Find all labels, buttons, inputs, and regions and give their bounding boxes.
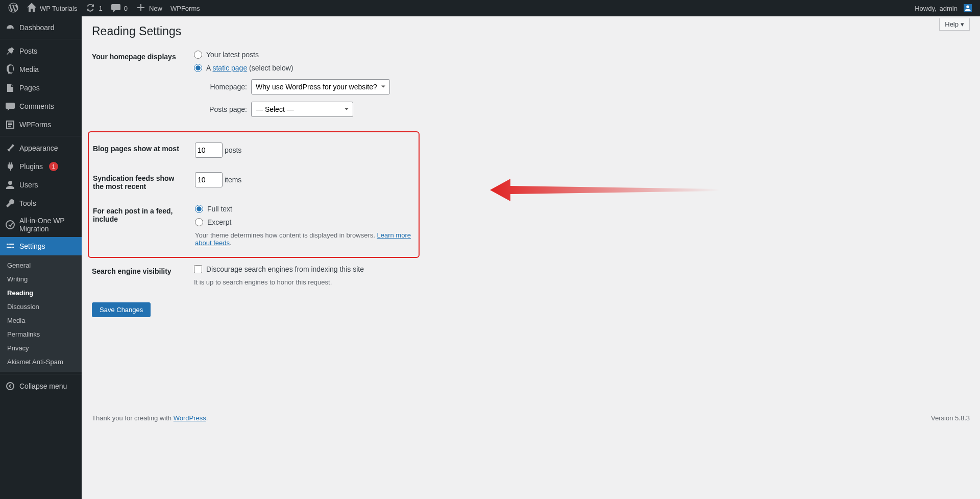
help-tab[interactable]: Help▾ (939, 18, 970, 31)
sidebar-item-label: Appearance (19, 144, 58, 152)
search-visibility-label: Search engine visibility (92, 265, 194, 275)
syndication-label: Syndication feeds show the most recent (93, 172, 195, 191)
admin-toolbar: WP Tutorials 1 0 New WPForms Howdy, admi… (0, 0, 980, 16)
postspage-select[interactable]: — Select — (251, 102, 353, 117)
user-avatar-icon (964, 4, 972, 12)
sidebar-item-label: Plugins (19, 162, 43, 171)
sidebar-item-pages[interactable]: Pages (0, 79, 82, 97)
wordpress-link[interactable]: WordPress (174, 414, 206, 422)
wordpress-icon (8, 3, 18, 14)
radio-static-page[interactable] (194, 64, 202, 72)
submenu-writing[interactable]: Writing (0, 272, 82, 286)
migration-icon (5, 220, 15, 230)
collapse-icon (5, 381, 15, 391)
static-page-link[interactable]: static page (212, 64, 247, 72)
new-content-link[interactable]: New (132, 0, 166, 16)
feed-description: Your theme determines how content is dis… (195, 231, 419, 247)
blog-pages-label: Blog pages show at most (93, 142, 195, 153)
sidebar-item-wpforms[interactable]: WPForms (0, 115, 82, 134)
plug-icon (5, 161, 15, 172)
highlighted-section: Blog pages show at most posts Syndicatio… (88, 131, 420, 258)
svg-point-0 (6, 221, 14, 229)
page-title: Reading Settings (92, 16, 970, 43)
wpforms-link[interactable]: WPForms (166, 0, 204, 16)
sidebar-item-media[interactable]: Media (0, 60, 82, 79)
update-icon (85, 3, 95, 14)
submenu-akismet[interactable]: Akismet Anti-Spam (0, 355, 82, 369)
submenu-permalinks[interactable]: Permalinks (0, 327, 82, 341)
updates-count: 1 (99, 5, 102, 12)
my-account[interactable]: Howdy, admin (911, 0, 976, 16)
search-visibility-option[interactable]: Discourage search engines from indexing … (206, 265, 364, 273)
sidebar-item-label: All-in-One WP Migration (19, 217, 77, 233)
collapse-menu[interactable]: Collapse menu (0, 377, 82, 395)
submenu-reading[interactable]: Reading (0, 286, 82, 300)
save-changes-button[interactable]: Save Changes (92, 302, 151, 317)
blog-pages-input[interactable] (195, 142, 223, 158)
blog-pages-suffix: posts (225, 146, 241, 154)
svg-point-1 (7, 383, 14, 390)
radio-full-label[interactable]: Full text (207, 205, 232, 213)
site-name-label: WP Tutorials (40, 5, 77, 12)
syndication-input[interactable] (195, 172, 223, 187)
search-visibility-checkbox[interactable] (194, 265, 202, 273)
sidebar-item-appearance[interactable]: Appearance (0, 139, 82, 157)
sidebar-item-tools[interactable]: Tools (0, 194, 82, 212)
search-visibility-desc: It is up to search engines to honor this… (194, 278, 970, 286)
sidebar-item-settings[interactable]: Settings (0, 237, 82, 255)
wpforms-label: WPForms (170, 5, 200, 12)
radio-excerpt[interactable] (195, 218, 203, 226)
wp-logo[interactable] (4, 0, 22, 16)
submenu-media[interactable]: Media (0, 314, 82, 327)
comments-link[interactable]: 0 (107, 0, 132, 16)
comments-icon (111, 3, 121, 14)
sidebar-separator (0, 134, 82, 136)
radio-full-text[interactable] (195, 205, 203, 213)
sidebar-item-users[interactable]: Users (0, 176, 82, 194)
radio-excerpt-label[interactable]: Excerpt (207, 218, 231, 226)
sidebar-item-label: Dashboard (19, 23, 55, 32)
sidebar-item-label: Users (19, 181, 38, 189)
homepage-select[interactable]: Why use WordPress for your website? (251, 79, 390, 94)
admin-sidebar: Dashboard Posts Media Pages Comments WPF… (0, 16, 82, 499)
username: admin (940, 5, 958, 12)
sidebar-item-label: Posts (19, 47, 37, 55)
version-text: Version 5.8.3 (931, 414, 970, 422)
syndication-suffix: items (225, 176, 241, 184)
sidebar-separator (0, 372, 82, 374)
comments-count: 0 (124, 5, 128, 12)
sliders-icon (5, 241, 15, 251)
submenu-privacy[interactable]: Privacy (0, 341, 82, 355)
sidebar-item-plugins[interactable]: Plugins1 (0, 157, 82, 176)
sidebar-separator (0, 37, 82, 39)
admin-footer: Thank you for creating with WordPress. V… (92, 404, 970, 422)
page-icon (5, 83, 15, 93)
comment-icon (5, 101, 15, 111)
sidebar-item-comments[interactable]: Comments (0, 97, 82, 115)
collapse-label: Collapse menu (19, 382, 67, 390)
updates-link[interactable]: 1 (81, 0, 106, 16)
sidebar-item-posts[interactable]: Posts (0, 42, 82, 60)
submenu-discussion[interactable]: Discussion (0, 300, 82, 314)
help-label: Help (945, 20, 959, 28)
plus-icon (136, 3, 146, 14)
site-name-link[interactable]: WP Tutorials (22, 0, 81, 16)
home-icon (27, 3, 37, 14)
new-label: New (149, 5, 162, 12)
media-icon (5, 64, 15, 75)
radio-static-label[interactable]: A static page (select below) (206, 64, 293, 72)
user-icon (5, 180, 15, 190)
sidebar-item-label: Settings (19, 242, 45, 250)
radio-latest-posts[interactable] (194, 51, 202, 59)
sidebar-item-dashboard[interactable]: Dashboard (0, 18, 82, 37)
sidebar-item-label: Media (19, 65, 39, 74)
settings-submenu: General Writing Reading Discussion Media… (0, 255, 82, 372)
submenu-general[interactable]: General (0, 258, 82, 272)
radio-latest-label[interactable]: Your latest posts (206, 51, 259, 59)
sidebar-item-label: Tools (19, 199, 36, 207)
homepage-displays-label: Your homepage displays (92, 51, 194, 61)
homepage-select-label: Homepage: (206, 83, 247, 91)
sidebar-item-migration[interactable]: All-in-One WP Migration (0, 212, 82, 237)
postspage-select-label: Posts page: (206, 105, 247, 113)
update-badge: 1 (49, 162, 58, 171)
